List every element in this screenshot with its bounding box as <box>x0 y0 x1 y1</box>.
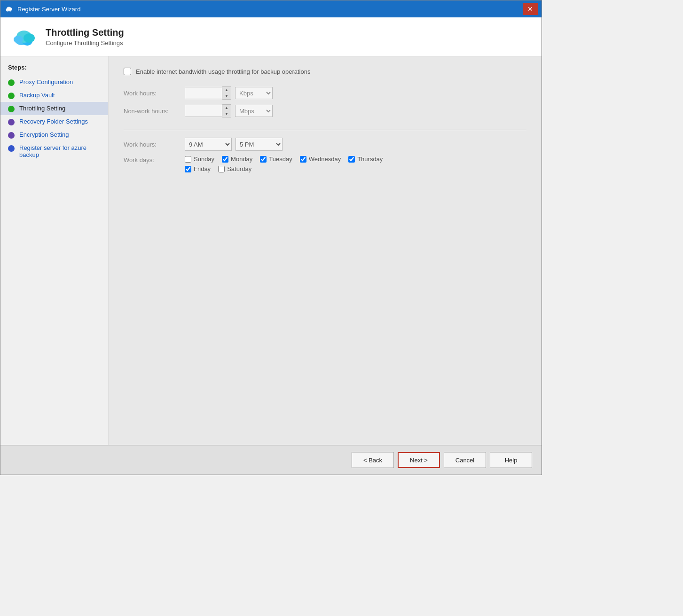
non-work-hours-up-button[interactable]: ▲ <box>222 105 231 111</box>
step-dot-register <box>8 145 15 152</box>
enable-throttling-checkbox[interactable] <box>124 68 131 75</box>
day-monday[interactable]: Monday <box>222 156 252 163</box>
work-hours-input[interactable]: 256.0 <box>185 87 222 99</box>
wednesday-checkbox[interactable] <box>300 156 306 163</box>
day-thursday[interactable]: Thursday <box>348 156 383 163</box>
header-cloud-icon <box>10 25 38 48</box>
work-days-row: Work days: Sunday Monday Tue <box>124 156 526 172</box>
sidebar-item-backup-vault[interactable]: Backup Vault <box>0 89 108 102</box>
page-title: Throttling Setting <box>46 27 124 38</box>
work-hours-end-select[interactable]: 3 PM 4 PM 5 PM 6 PM 7 PM 8 PM <box>236 138 283 151</box>
cancel-button[interactable]: Cancel <box>444 452 486 468</box>
non-work-hours-input[interactable]: 1023.0 <box>185 105 222 117</box>
saturday-label: Saturday <box>227 165 251 172</box>
days-row-2: Friday Saturday <box>185 165 383 172</box>
back-button[interactable]: < Back <box>352 452 394 468</box>
work-hours-time-label: Work hours: <box>124 141 185 148</box>
sidebar-item-label: Proxy Configuration <box>19 78 73 86</box>
work-days-label: Work days: <box>124 156 185 164</box>
sidebar-item-throttling-setting[interactable]: Throttling Setting <box>0 102 108 115</box>
sidebar-item-register-server[interactable]: Register server for azure backup <box>0 141 108 161</box>
svg-point-7 <box>24 33 35 43</box>
friday-label: Friday <box>194 165 211 172</box>
monday-label: Monday <box>231 156 252 163</box>
step-dot-proxy <box>8 79 15 86</box>
friday-checkbox[interactable] <box>185 166 191 172</box>
non-work-hours-unit-select[interactable]: Kbps Mbps <box>235 105 273 117</box>
steps-label: Steps: <box>0 64 108 76</box>
non-work-hours-label: Non-work hours: <box>124 108 185 115</box>
main-content: Steps: Proxy Configuration Backup Vault … <box>0 56 542 445</box>
sidebar-item-label: Throttling Setting <box>19 105 65 112</box>
enable-throttling-row: Enable internet bandwidth usage throttli… <box>124 68 526 75</box>
close-button[interactable]: ✕ <box>523 3 538 15</box>
day-tuesday[interactable]: Tuesday <box>260 156 292 163</box>
non-work-hours-input-group: 1023.0 ▲ ▼ <box>185 104 231 117</box>
work-hours-up-button[interactable]: ▲ <box>222 87 231 93</box>
title-bar-text: Register Server Wizard <box>17 6 523 13</box>
sunday-checkbox[interactable] <box>185 156 191 163</box>
work-hours-label: Work hours: <box>124 90 185 97</box>
sidebar-item-label: Register server for azure backup <box>19 144 101 158</box>
wednesday-label: Wednesday <box>309 156 341 163</box>
step-dot-recovery <box>8 119 15 125</box>
section-divider <box>124 130 526 130</box>
next-button[interactable]: Next > <box>398 452 440 468</box>
work-hours-unit-select[interactable]: Kbps Mbps <box>235 87 273 99</box>
tuesday-checkbox[interactable] <box>260 156 267 163</box>
svg-point-3 <box>9 8 12 10</box>
step-dot-encryption <box>8 132 15 139</box>
help-button[interactable]: Help <box>490 452 532 468</box>
sidebar-item-recovery-folder[interactable]: Recovery Folder Settings <box>0 115 108 128</box>
step-dot-backup-vault <box>8 93 15 99</box>
thursday-label: Thursday <box>357 156 383 163</box>
enable-throttling-label[interactable]: Enable internet bandwidth usage throttli… <box>136 68 310 75</box>
sidebar-item-proxy-configuration[interactable]: Proxy Configuration <box>0 76 108 89</box>
non-work-hours-spinner: ▲ ▼ <box>222 104 231 117</box>
header: Throttling Setting Configure Throttling … <box>0 17 542 56</box>
sunday-label: Sunday <box>194 156 214 163</box>
svg-point-8 <box>14 36 23 43</box>
saturday-checkbox[interactable] <box>218 166 225 172</box>
step-dot-throttling <box>8 106 15 112</box>
app-icon <box>4 4 14 14</box>
day-wednesday[interactable]: Wednesday <box>300 156 341 163</box>
day-friday[interactable]: Friday <box>185 165 211 172</box>
page-subtitle: Configure Throttling Settings <box>46 39 124 47</box>
sidebar-item-label: Encryption Setting <box>19 131 69 138</box>
sidebar: Steps: Proxy Configuration Backup Vault … <box>0 56 109 445</box>
non-work-hours-bandwidth-row: Non-work hours: 1023.0 ▲ ▼ Kbps Mbps <box>124 104 526 117</box>
content-panel: Enable internet bandwidth usage throttli… <box>109 56 542 445</box>
work-hours-start-select[interactable]: 6 AM 7 AM 8 AM 9 AM 10 AM 11 AM 12 PM <box>185 138 232 151</box>
title-bar: Register Server Wizard ✕ <box>0 0 542 17</box>
wizard-window: Register Server Wizard ✕ Throttling Sett… <box>0 0 542 475</box>
monday-checkbox[interactable] <box>222 156 228 163</box>
sidebar-item-encryption-setting[interactable]: Encryption Setting <box>0 128 108 141</box>
thursday-checkbox[interactable] <box>348 156 355 163</box>
non-work-hours-down-button[interactable]: ▼ <box>222 111 231 117</box>
day-saturday[interactable]: Saturday <box>218 165 251 172</box>
day-sunday[interactable]: Sunday <box>185 156 214 163</box>
work-hours-spinner: ▲ ▼ <box>222 86 231 100</box>
sidebar-item-label: Backup Vault <box>19 92 55 99</box>
work-hours-input-group: 256.0 ▲ ▼ <box>185 86 231 100</box>
work-hours-down-button[interactable]: ▼ <box>222 93 231 99</box>
tuesday-label: Tuesday <box>269 156 292 163</box>
header-text: Throttling Setting Configure Throttling … <box>46 27 124 47</box>
days-grid: Sunday Monday Tuesday Wednesday <box>185 156 383 172</box>
sidebar-item-label: Recovery Folder Settings <box>19 118 88 125</box>
days-row-1: Sunday Monday Tuesday Wednesday <box>185 156 383 163</box>
footer: < Back Next > Cancel Help <box>0 445 542 475</box>
work-hours-bandwidth-row: Work hours: 256.0 ▲ ▼ Kbps Mbps <box>124 86 526 100</box>
work-hours-time-row: Work hours: 6 AM 7 AM 8 AM 9 AM 10 AM 11… <box>124 138 526 151</box>
